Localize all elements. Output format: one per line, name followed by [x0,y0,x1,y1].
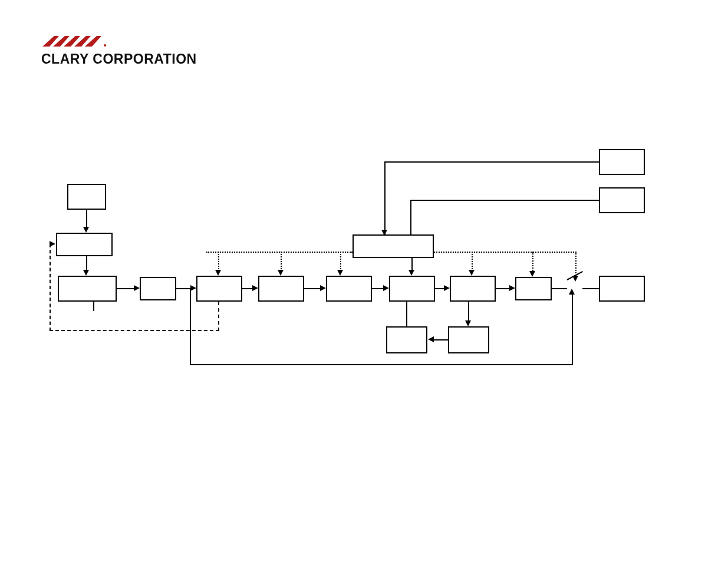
node-dc-bus [389,276,435,302]
ctrl-drop-inva [218,252,219,272]
conn-out-relay [496,288,510,289]
conn-tx-dc [372,288,384,289]
arrow-loop-up [569,289,575,295]
loop-v-left [190,289,191,365]
node-hmi [599,187,645,213]
conn-hmi-h [410,200,599,201]
logo-mark-icon [41,32,218,50]
arrow-bus-inva [190,285,196,291]
arrow-tx-dc [383,285,389,291]
conn-hmi-v [410,200,411,234]
conn-comm-ctrl-h [384,161,599,163]
rectifier-tick [93,302,94,311]
arrow-ctrl-dc [409,270,414,276]
arrow-dc-out [444,285,450,291]
node-output-connector [599,276,645,302]
company-name: CLARY CORPORATION [41,51,218,67]
node-emi-filter [56,233,113,256]
arrow-comm-ctrl [381,230,387,236]
loop-v-right [572,293,573,365]
arrow-rect-bus [134,285,140,291]
arrow-chg-batt [428,336,434,342]
node-inverter-b [258,276,304,302]
dash-h-bottom [50,330,219,331]
ctrl-drop-invb [281,252,282,272]
arrow-ctrl-relay [529,271,535,277]
node-output-stage [450,276,496,302]
ctrl-drop-tx [340,252,341,272]
arrow-invb-tx [320,285,326,291]
node-battery [386,326,427,353]
ctrl-bus-dotted-left [206,252,353,253]
arrow-ctrl-tx [337,270,343,276]
ctrl-drop-out [472,252,473,272]
arrow-inva-invb [252,285,258,291]
arrow-dash-into-emi [50,241,55,247]
node-bus-caps [140,277,176,300]
conn-relay-sw-a [552,288,567,289]
svg-point-0 [104,44,106,47]
arrow-ctrl-out [469,270,475,276]
arrow-ctrl-switch [572,276,578,282]
conn-comm-ctrl-v [384,161,386,234]
node-charger [448,326,489,353]
arrow-ctrl-inva [215,270,221,276]
arrow-emi-rect [83,270,89,276]
node-comm [599,149,645,175]
diagram-page: CLARY CORPORATION [0,0,728,562]
node-ac-in [67,184,106,210]
conn-out-chg [468,302,469,322]
node-output-relay [515,277,552,300]
arrow-out-chg [465,320,471,326]
node-transformer [326,276,372,302]
ctrl-drop-relay [532,252,533,273]
ctrl-bus-dotted-right [434,252,577,253]
arrow-out-relay [509,285,515,291]
ctrl-drop-switch [575,252,577,277]
node-inverter-a [196,276,242,302]
arrow-acin-emi [83,227,89,233]
conn-dc-out [435,288,444,289]
dash-v-left [50,244,51,331]
loop-h-bottom [190,364,573,365]
company-logo: CLARY CORPORATION [41,32,218,67]
node-rectifier [58,276,117,302]
conn-chg-batt [433,339,448,340]
conn-ctrl-dc [411,258,413,271]
arrow-ctrl-invb [278,270,284,276]
conn-rect-bus [117,288,134,289]
conn-dc-batt [406,302,407,326]
conn-sw-out [582,288,599,289]
conn-emi-rect [86,256,87,270]
dash-v-right [218,302,219,331]
conn-inva-invb [242,288,253,289]
conn-bus-inva [176,288,190,289]
node-controller [353,234,434,258]
conn-acin-emi [86,210,87,227]
conn-invb-tx [304,288,321,289]
